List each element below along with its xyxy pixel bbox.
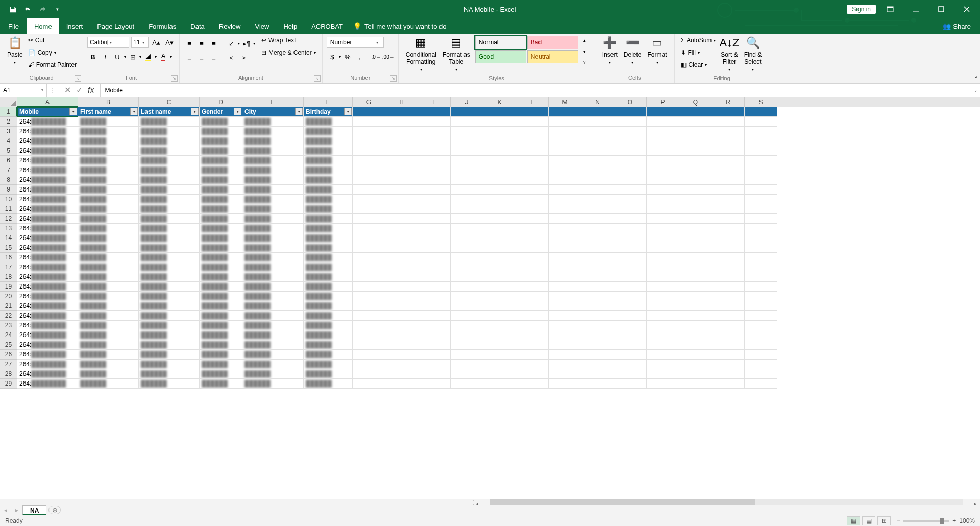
cell[interactable] xyxy=(712,360,745,369)
cell[interactable] xyxy=(385,350,418,360)
cell[interactable] xyxy=(385,175,418,185)
cell[interactable]: ██████ xyxy=(304,165,353,175)
align-top-icon[interactable]: ≡ xyxy=(184,38,195,49)
cell[interactable] xyxy=(549,272,581,282)
cell[interactable]: ██████ xyxy=(78,311,139,321)
cell[interactable]: ██████ xyxy=(200,136,242,146)
cell[interactable]: ██████ xyxy=(78,185,139,195)
cell[interactable] xyxy=(581,369,614,379)
cell[interactable]: ██████ xyxy=(242,340,304,350)
cell[interactable] xyxy=(712,301,745,311)
cell[interactable] xyxy=(418,175,451,185)
cell[interactable]: ██████ xyxy=(304,360,353,369)
cell[interactable] xyxy=(679,311,712,321)
cell[interactable]: ██████ xyxy=(242,175,304,185)
zoom-in-icon[interactable]: + xyxy=(952,517,956,524)
borders-button[interactable]: ⊞ xyxy=(127,51,138,62)
cell[interactable] xyxy=(581,379,614,389)
cell[interactable] xyxy=(451,350,483,360)
cell[interactable] xyxy=(516,224,549,233)
cell[interactable] xyxy=(353,175,385,185)
cell[interactable] xyxy=(647,253,679,262)
format-cells-button[interactable]: ▭Format▾ xyxy=(645,35,670,67)
format-painter-button[interactable]: 🖌Format Painter xyxy=(26,59,79,70)
cell[interactable]: ██████ xyxy=(139,224,200,233)
cell[interactable] xyxy=(385,224,418,233)
row-header[interactable]: 28 xyxy=(0,369,17,379)
cell[interactable] xyxy=(614,146,647,156)
cell[interactable]: ██████ xyxy=(200,321,242,330)
cell[interactable]: ██████ xyxy=(242,204,304,214)
cell[interactable] xyxy=(516,360,549,369)
cell[interactable] xyxy=(581,292,614,301)
cell[interactable] xyxy=(385,156,418,165)
cell[interactable] xyxy=(353,379,385,389)
cell[interactable]: ██████ xyxy=(78,321,139,330)
row-header[interactable]: 18 xyxy=(0,272,17,282)
cell[interactable] xyxy=(614,369,647,379)
cell[interactable] xyxy=(385,321,418,330)
minimize-button[interactable] xyxy=(904,0,927,18)
cell[interactable]: ██████ xyxy=(200,301,242,311)
column-header[interactable]: N xyxy=(581,97,614,107)
column-header[interactable]: O xyxy=(614,97,647,107)
cell[interactable] xyxy=(679,107,712,117)
cell[interactable] xyxy=(516,379,549,389)
cell[interactable]: ██████ xyxy=(78,340,139,350)
column-header[interactable]: J xyxy=(451,97,483,107)
cell[interactable] xyxy=(745,156,777,165)
cell[interactable] xyxy=(385,185,418,195)
cell[interactable] xyxy=(581,321,614,330)
cell[interactable] xyxy=(614,340,647,350)
copy-button[interactable]: 📄Copy▾ xyxy=(26,47,79,58)
cell[interactable] xyxy=(451,107,483,117)
cell[interactable] xyxy=(418,185,451,195)
cell[interactable] xyxy=(353,253,385,262)
cell[interactable] xyxy=(418,292,451,301)
align-center-icon[interactable]: ≡ xyxy=(196,52,207,63)
ribbon-options-icon[interactable] xyxy=(879,0,901,18)
cell[interactable] xyxy=(581,165,614,175)
increase-font-icon[interactable]: A▴ xyxy=(151,37,162,48)
tab-help[interactable]: Help xyxy=(276,18,304,34)
row-header[interactable]: 14 xyxy=(0,233,17,243)
cell[interactable] xyxy=(353,369,385,379)
column-header[interactable]: B xyxy=(78,97,139,107)
cell[interactable]: ██████ xyxy=(242,311,304,321)
cell[interactable]: 264:████████ xyxy=(17,214,78,224)
cell[interactable] xyxy=(581,282,614,292)
cell[interactable] xyxy=(451,340,483,350)
cell[interactable] xyxy=(385,233,418,243)
cell[interactable]: ██████ xyxy=(200,360,242,369)
cell[interactable] xyxy=(418,262,451,272)
cell[interactable] xyxy=(581,185,614,195)
cell[interactable]: ██████ xyxy=(242,282,304,292)
cell[interactable] xyxy=(353,360,385,369)
cell[interactable] xyxy=(647,107,679,117)
cell[interactable] xyxy=(745,233,777,243)
cell[interactable] xyxy=(516,311,549,321)
tab-data[interactable]: Data xyxy=(183,18,211,34)
row-header[interactable]: 19 xyxy=(0,282,17,292)
cell[interactable]: First name▾ xyxy=(78,107,139,117)
cell[interactable] xyxy=(679,117,712,127)
cell[interactable] xyxy=(516,233,549,243)
cell[interactable]: ██████ xyxy=(139,185,200,195)
save-icon[interactable] xyxy=(9,6,17,13)
cell[interactable] xyxy=(418,360,451,369)
cell[interactable] xyxy=(353,243,385,253)
cell[interactable]: ██████ xyxy=(78,282,139,292)
cell[interactable]: ██████ xyxy=(304,127,353,136)
cell[interactable] xyxy=(679,379,712,389)
cell[interactable] xyxy=(712,195,745,204)
cell[interactable] xyxy=(745,224,777,233)
row-header[interactable]: 6 xyxy=(0,156,17,165)
cell[interactable] xyxy=(483,195,516,204)
fx-icon[interactable]: fx xyxy=(88,86,94,95)
cell[interactable] xyxy=(679,292,712,301)
cell[interactable] xyxy=(712,262,745,272)
cell[interactable]: ██████ xyxy=(304,301,353,311)
cell[interactable]: 264:████████ xyxy=(17,146,78,156)
cell[interactable]: ██████ xyxy=(242,301,304,311)
cell[interactable] xyxy=(647,136,679,146)
